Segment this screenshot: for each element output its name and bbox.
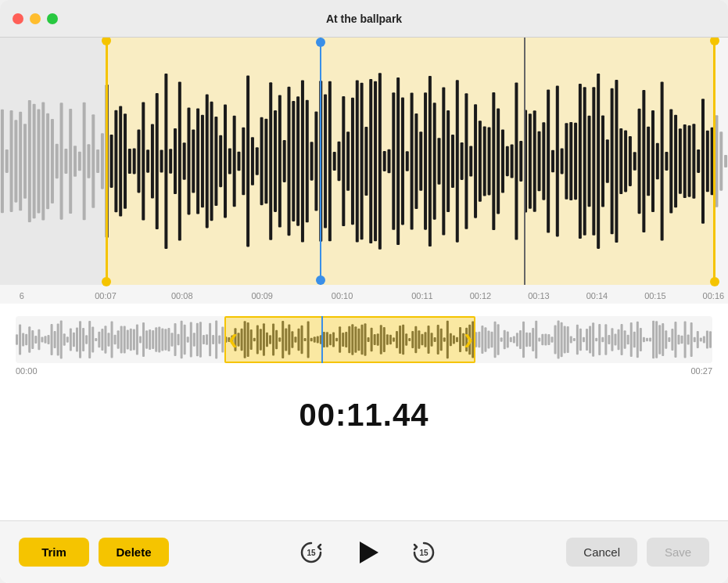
- mini-waveform-container[interactable]: ❮ ❯: [16, 316, 712, 363]
- mini-timeline: 00:00 00:27: [16, 363, 712, 379]
- svg-rect-330: [554, 326, 557, 354]
- svg-rect-10: [46, 113, 49, 210]
- svg-rect-220: [206, 334, 208, 345]
- mini-right-handle[interactable]: ❯: [461, 318, 474, 362]
- svg-rect-189: [107, 333, 109, 347]
- svg-rect-124: [565, 123, 568, 200]
- mini-start-label: 00:00: [16, 366, 38, 376]
- svg-rect-198: [136, 324, 138, 354]
- svg-rect-96: [438, 138, 441, 185]
- svg-rect-320: [522, 322, 525, 358]
- svg-rect-175: [63, 333, 66, 346]
- svg-rect-79: [360, 83, 364, 239]
- svg-rect-150: [683, 124, 687, 198]
- svg-rect-14: [64, 149, 67, 174]
- svg-rect-366: [668, 337, 670, 342]
- svg-rect-35: [160, 150, 163, 173]
- svg-rect-92: [419, 131, 422, 191]
- svg-rect-16: [74, 146, 77, 177]
- svg-text:15: 15: [420, 549, 429, 557]
- svg-rect-211: [178, 334, 180, 345]
- svg-text:15: 15: [307, 549, 317, 557]
- svg-rect-77: [351, 98, 354, 225]
- svg-rect-125: [569, 122, 572, 200]
- svg-rect-42: [192, 130, 195, 193]
- svg-rect-140: [638, 109, 641, 214]
- svg-rect-154: [701, 99, 705, 224]
- svg-rect-354: [630, 322, 633, 357]
- minimize-button[interactable]: [30, 13, 41, 24]
- cancel-button[interactable]: Cancel: [566, 538, 637, 567]
- svg-rect-63: [287, 87, 290, 236]
- svg-rect-361: [652, 321, 654, 358]
- svg-rect-76: [346, 131, 350, 191]
- tick-8: 00:08: [171, 291, 193, 300]
- svg-rect-372: [687, 335, 690, 345]
- tick-9: 00:09: [251, 291, 273, 300]
- svg-rect-163: [25, 334, 27, 345]
- window-title: At the ballpark: [326, 13, 402, 25]
- svg-rect-75: [342, 96, 345, 226]
- svg-rect-371: [684, 322, 687, 358]
- svg-rect-119: [542, 122, 545, 200]
- svg-rect-179: [76, 327, 78, 351]
- svg-rect-88: [401, 98, 404, 225]
- svg-rect-180: [79, 321, 81, 358]
- svg-rect-21: [96, 149, 99, 173]
- skip-back-button[interactable]: 15: [294, 535, 328, 570]
- svg-rect-48: [219, 135, 222, 187]
- svg-rect-97: [442, 87, 445, 235]
- svg-rect-335: [570, 336, 572, 344]
- svg-rect-190: [111, 321, 113, 358]
- svg-rect-328: [547, 334, 550, 345]
- svg-rect-7: [33, 104, 36, 219]
- svg-rect-108: [492, 92, 495, 230]
- svg-rect-168: [41, 336, 43, 342]
- svg-rect-377: [703, 336, 705, 344]
- svg-rect-306: [478, 332, 480, 347]
- waveform-area[interactable]: 6 00:07 00:08 00:09 00:10 00:11 00:12 00…: [0, 38, 728, 304]
- svg-rect-145: [661, 82, 664, 241]
- close-button[interactable]: [13, 13, 23, 24]
- delete-button[interactable]: Delete: [99, 538, 169, 567]
- mini-waveform-section: ❮ ❯ 00:00 00:27: [0, 304, 728, 385]
- play-button[interactable]: [350, 535, 385, 570]
- svg-rect-197: [133, 329, 135, 351]
- svg-rect-109: [497, 109, 500, 214]
- svg-rect-45: [206, 95, 209, 229]
- mini-selection[interactable]: ❮ ❯: [224, 316, 475, 363]
- svg-rect-12: [56, 144, 59, 178]
- svg-rect-346: [604, 324, 607, 354]
- svg-rect-319: [519, 330, 522, 349]
- svg-rect-102: [464, 93, 468, 229]
- svg-rect-199: [139, 336, 142, 343]
- mini-left-handle[interactable]: ❮: [226, 318, 238, 362]
- svg-rect-141: [642, 90, 645, 232]
- svg-rect-67: [306, 100, 309, 223]
- svg-rect-22: [101, 133, 104, 189]
- svg-rect-376: [700, 337, 702, 341]
- svg-rect-69: [314, 111, 317, 211]
- tick-12: 00:12: [470, 291, 492, 300]
- svg-rect-222: [212, 335, 214, 344]
- svg-rect-341: [589, 326, 591, 354]
- maximize-button[interactable]: [47, 13, 58, 24]
- skip-fwd-button[interactable]: 15: [407, 535, 441, 570]
- svg-rect-310: [491, 332, 493, 348]
- svg-rect-18: [83, 103, 86, 221]
- svg-rect-4: [19, 112, 22, 211]
- svg-rect-98: [446, 110, 450, 212]
- svg-rect-342: [592, 322, 594, 357]
- save-button[interactable]: Save: [647, 538, 709, 567]
- trim-button[interactable]: Trim: [19, 538, 89, 567]
- mini-end-label: 00:27: [690, 366, 712, 376]
- svg-rect-100: [456, 80, 459, 242]
- svg-rect-126: [574, 123, 577, 200]
- svg-rect-153: [697, 149, 700, 173]
- svg-rect-134: [611, 88, 614, 234]
- svg-rect-308: [484, 327, 486, 352]
- svg-rect-0: [1, 110, 4, 214]
- svg-rect-317: [513, 336, 515, 343]
- tick-15: 00:15: [644, 291, 666, 300]
- svg-rect-181: [82, 328, 84, 351]
